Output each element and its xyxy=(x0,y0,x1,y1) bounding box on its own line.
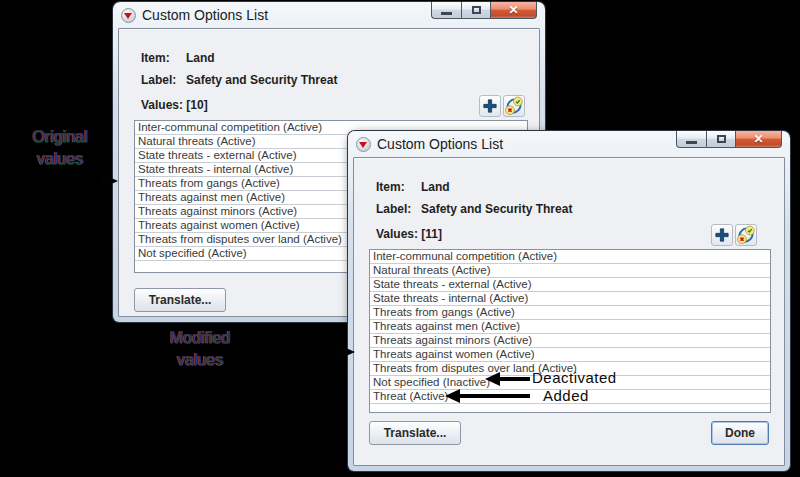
annotation-original-values: Original values xyxy=(8,126,112,170)
label-value: Safety and Security Threat xyxy=(421,202,572,216)
item-label: Item: xyxy=(376,180,405,194)
arrow-deactivated xyxy=(500,377,530,381)
annotation-deactivated: Deactivated xyxy=(532,369,617,386)
minimize-icon xyxy=(686,141,697,144)
maximize-icon xyxy=(472,6,481,14)
annotation-line: values xyxy=(133,349,267,371)
add-value-button[interactable] xyxy=(711,224,733,246)
maximize-icon xyxy=(717,135,726,143)
close-button[interactable]: ✕ xyxy=(491,2,537,19)
label-value: Safety and Security Threat xyxy=(186,73,337,87)
annotation-line: Modified xyxy=(133,327,267,349)
item-value: Land xyxy=(186,51,215,65)
item-value: Land xyxy=(421,180,450,194)
label-label: Label: xyxy=(141,73,176,87)
toggle-active-button[interactable] xyxy=(503,95,525,117)
window-title: Custom Options List xyxy=(142,7,268,23)
list-item[interactable]: Threats against minors (Active) xyxy=(370,334,770,348)
window-title: Custom Options List xyxy=(377,136,503,152)
maximize-button[interactable] xyxy=(706,131,736,148)
window-controls: ✕ xyxy=(676,131,782,148)
translate-button[interactable]: Translate... xyxy=(369,421,461,445)
arrow-added xyxy=(460,394,530,398)
minimize-icon xyxy=(441,12,452,15)
arrow-to-modified-window xyxy=(337,344,355,360)
close-icon: ✕ xyxy=(508,3,518,18)
values-count-label: Values: [10] xyxy=(141,98,208,112)
arrow-to-original-window xyxy=(100,173,118,189)
titlebar[interactable]: Custom Options List ✕ xyxy=(353,131,785,157)
dialog-custom-options-modified: Custom Options List ✕ Item: Land Label: … xyxy=(348,131,790,471)
close-icon: ✕ xyxy=(753,132,763,147)
toggle-active-button[interactable] xyxy=(735,224,757,246)
list-item[interactable]: State threats - internal (Active) xyxy=(370,292,770,306)
window-controls: ✕ xyxy=(431,2,537,19)
label-label: Label: xyxy=(376,202,411,216)
add-value-button[interactable] xyxy=(479,95,501,117)
list-item[interactable]: Threats against women (Active) xyxy=(370,348,770,362)
dialog-content: Item: Land Label: Safety and Security Th… xyxy=(353,157,785,466)
annotation-modified-values: Modified values xyxy=(133,327,267,371)
done-button[interactable]: Done xyxy=(711,421,769,445)
item-label: Item: xyxy=(141,51,170,65)
list-item[interactable]: Natural threats (Active) xyxy=(370,264,770,278)
maximize-button[interactable] xyxy=(461,2,491,19)
annotation-line: values xyxy=(8,148,112,170)
minimize-button[interactable] xyxy=(676,131,706,148)
list-item[interactable]: Threats from gangs (Active) xyxy=(370,306,770,320)
annotation-added: Added xyxy=(543,387,589,404)
annotation-line: Original xyxy=(8,126,112,148)
activate-deactivate-icon xyxy=(504,96,524,116)
translate-button[interactable]: Translate... xyxy=(134,288,226,312)
titlebar[interactable]: Custom Options List ✕ xyxy=(118,2,540,28)
minimize-button[interactable] xyxy=(431,2,461,19)
list-item[interactable]: State threats - external (Active) xyxy=(370,278,770,292)
values-count-label: Values: [11] xyxy=(376,227,442,241)
plus-icon xyxy=(481,97,499,115)
app-icon[interactable] xyxy=(121,8,136,23)
plus-icon xyxy=(713,226,731,244)
list-item[interactable]: Threats against men (Active) xyxy=(370,320,770,334)
activate-deactivate-icon xyxy=(736,225,756,245)
close-button[interactable]: ✕ xyxy=(736,131,782,148)
app-icon[interactable] xyxy=(356,137,371,152)
list-item[interactable]: Inter-communal competition (Active) xyxy=(370,250,770,264)
